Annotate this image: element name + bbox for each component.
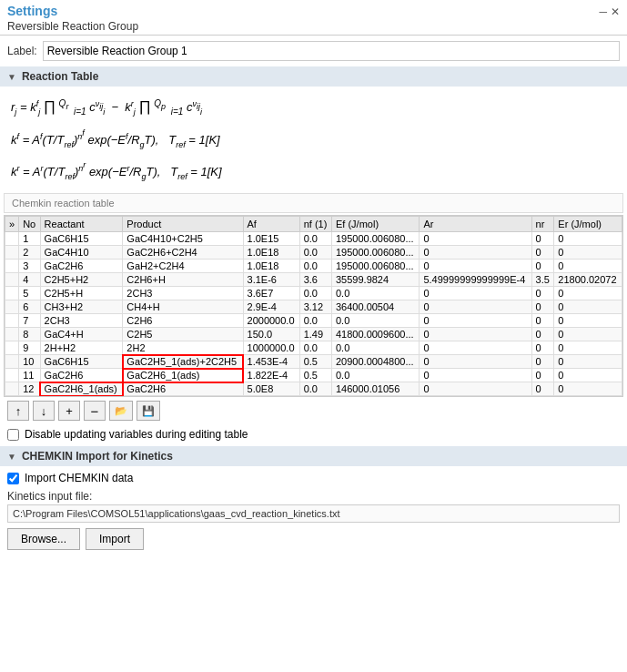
reaction-table-section-header[interactable]: ▼ Reaction Table (0, 66, 627, 87)
col-ar: Ar (420, 217, 531, 232)
add-row-button[interactable]: + (58, 401, 80, 421)
table-row[interactable]: 1GaC6H15GaC4H10+C2H51.0E150.0195000.0060… (5, 232, 622, 246)
delete-row-button[interactable]: − (84, 401, 106, 421)
chemkin-section-arrow: ▼ (7, 452, 16, 462)
label-input[interactable] (43, 41, 620, 61)
label-row: Label: (0, 36, 627, 66)
col-nf: nf (1) (299, 217, 331, 232)
col-er: Er (J/mol) (554, 217, 622, 232)
reaction-table: » No Reactant Product Af nf (1) Ef (J/mo… (5, 216, 622, 396)
col-product: Product (123, 217, 243, 232)
header-controls: ─ ✕ (599, 5, 620, 18)
page-subtitle: Reversible Reaction Group (7, 20, 138, 33)
close-icon[interactable]: ✕ (611, 5, 620, 18)
import-chemkin-row: Import CHEMKIN data (7, 472, 620, 484)
formula3: kr = Ar(T/Tref)nr exp(−Er/RgT), Tref = 1… (11, 158, 616, 184)
header: Settings Reversible Reaction Group ─ ✕ (0, 0, 627, 36)
page-title: Settings (7, 4, 138, 18)
chemkin-reaction-table-label: Chemkin reaction table (4, 193, 623, 213)
col-arrow: » (5, 217, 19, 232)
reaction-table-arrow: ▼ (7, 72, 16, 82)
table-row[interactable]: 2GaC4H10GaC2H6+C2H41.0E180.0195000.00608… (5, 246, 622, 260)
open-button[interactable]: 📂 (109, 401, 133, 421)
table-row[interactable]: 6CH3+H2CH4+H2.9E-43.1236400.00504000 (5, 300, 622, 314)
formula1: rj = kfj ∏ Qr i=1 cνiji − krj ∏ Qp i=1 c… (11, 94, 616, 120)
browse-button[interactable]: Browse... (7, 528, 80, 550)
chemkin-buttons-row: Browse... Import (7, 528, 620, 550)
kinetics-file-path-input[interactable] (7, 504, 620, 523)
table-row[interactable]: 8GaC4+HC2H5150.01.4941800.0009600...000 (5, 328, 622, 341)
import-chemkin-label: Import CHEMKIN data (25, 472, 133, 484)
disable-updating-checkbox[interactable] (7, 429, 19, 441)
chemkin-section-title: CHEMKIN Import for Kinetics (22, 450, 173, 463)
move-up-button[interactable]: ↑ (7, 401, 29, 421)
formula2: kf = Af(T/Tref)nf exp(−Ef/RgT), Tref = 1… (11, 126, 616, 152)
col-ef: Ef (J/mol) (331, 217, 419, 232)
kinetics-file-label: Kinetics input file: (7, 490, 620, 503)
settings-panel: Settings Reversible Reaction Group ─ ✕ L… (0, 0, 627, 555)
reaction-table-container: » No Reactant Product Af nf (1) Ef (J/mo… (4, 215, 623, 397)
minimize-icon[interactable]: ─ (599, 5, 607, 18)
col-no: No (19, 217, 40, 232)
table-toolbar: ↑ ↓ + − 📂 💾 (0, 397, 627, 424)
table-row[interactable]: 92H+H22H21000000.00.00.0000 (5, 341, 622, 355)
table-row[interactable]: 3GaC2H6GaH2+C2H41.0E180.0195000.006080..… (5, 260, 622, 273)
col-af: Af (243, 217, 299, 232)
move-down-button[interactable]: ↓ (33, 401, 55, 421)
table-header-row: » No Reactant Product Af nf (1) Ef (J/mo… (5, 217, 622, 232)
disable-updating-label: Disable updating variables during editin… (25, 428, 248, 441)
formula-area: rj = kfj ∏ Qr i=1 cνiji − krj ∏ Qp i=1 c… (0, 87, 627, 193)
disable-updating-row: Disable updating variables during editin… (0, 424, 627, 444)
table-row[interactable]: 4C2H5+H2C2H6+H3.1E-63.635599.98245.49999… (5, 273, 622, 287)
table-row[interactable]: 12GaC2H6_1(ads)GaC2H65.0E80.0146000.0105… (5, 382, 622, 396)
table-row[interactable]: 10GaC6H15GaC2H5_1(ads)+2C2H51.453E-40.52… (5, 355, 622, 369)
import-button[interactable]: Import (86, 528, 144, 550)
col-reactant: Reactant (40, 217, 123, 232)
table-row[interactable]: 72CH3C2H62000000.00.00.0000 (5, 314, 622, 328)
col-nr: nr (531, 217, 554, 232)
import-chemkin-checkbox[interactable] (7, 473, 19, 484)
chemkin-inner: Import CHEMKIN data Kinetics input file:… (0, 466, 627, 555)
reaction-table-title: Reaction Table (22, 70, 98, 83)
header-left: Settings Reversible Reaction Group (7, 4, 138, 33)
chemkin-section-header[interactable]: ▼ CHEMKIN Import for Kinetics (0, 446, 627, 466)
table-row[interactable]: 11GaC2H6GaC2H6_1(ads)1.822E-40.50.0000 (5, 369, 622, 382)
chemkin-section: ▼ CHEMKIN Import for Kinetics Import CHE… (0, 446, 627, 555)
table-row[interactable]: 5C2H5+H2CH33.6E70.00.0000 (5, 287, 622, 300)
label-field-label: Label: (7, 45, 37, 57)
save-button[interactable]: 💾 (137, 401, 160, 421)
